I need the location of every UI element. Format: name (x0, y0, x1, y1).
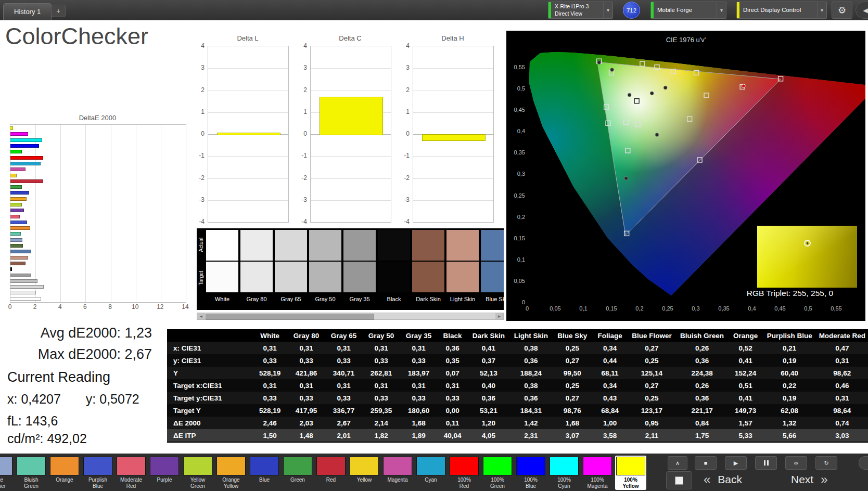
table-cell: 0,36 (676, 392, 729, 404)
measured-marker (628, 93, 631, 97)
continuous-read-button[interactable]: ∞ (785, 456, 807, 470)
table-cell: 4,05 (468, 429, 509, 442)
deltae2000-chart: DeltaE 2000 02468101214 (10, 114, 185, 313)
table-cell: 125,14 (628, 367, 676, 379)
axis-tick-label: 0,3 (507, 171, 525, 177)
patch-button-moderate-red[interactable]: Moderate Red (116, 456, 147, 490)
row-label: x: CIE31 (167, 342, 252, 354)
patch-button-purplish-blue[interactable]: Purplish Blue (82, 456, 113, 490)
table-cell: 2,01 (325, 429, 363, 442)
next-button[interactable]: Next » (791, 471, 828, 488)
patch-button-blue-flower[interactable]: Blue Flower (0, 456, 14, 490)
overflow-button[interactable] (859, 456, 868, 470)
table-cell: 60,40 (763, 367, 816, 379)
deltae-bar-red (10, 179, 43, 183)
loop-button[interactable]: ↻ (815, 456, 837, 470)
patch-button-green[interactable]: Green (282, 456, 313, 490)
patch-button-blue[interactable]: Blue (249, 456, 280, 490)
patch-button-cyan[interactable]: Cyan (415, 456, 446, 490)
axis-tick-label: 0,55 (826, 305, 847, 312)
table-cell: 0,37 (468, 354, 509, 367)
patch-label: 100% Blue (515, 477, 546, 489)
axis-tick-label: 12 (157, 303, 163, 311)
table-cell: 0,44 (592, 354, 628, 367)
collapse-panel-button[interactable]: ◀ (856, 2, 868, 19)
table-cell: 0,38 (509, 342, 553, 354)
measured-marker (650, 92, 654, 95)
stop-button[interactable]: ■ (695, 456, 717, 470)
measured-marker (610, 68, 614, 72)
patch-label: 100% Yellow (615, 477, 646, 489)
patch-button-100-red[interactable]: 100% Red (449, 456, 480, 490)
scrollbar-thumb[interactable] (206, 314, 374, 320)
table-cell: 0,35 (438, 354, 468, 367)
table-cell: 0,46 (816, 379, 868, 392)
meter-device-dropdown[interactable]: X-Rite i1Pro 3 Direct View ▾ (548, 2, 613, 19)
add-tab-button[interactable]: + (51, 5, 66, 17)
current-x: x: 0,4207 (7, 392, 61, 406)
column-header-gray-80: Gray 80 (288, 329, 325, 342)
axis-tick-label: 0,35 (507, 149, 525, 156)
table-cell: 0,25 (628, 392, 676, 404)
table-cell: 0,21 (763, 342, 816, 354)
table-cell: 1,68 (400, 417, 438, 429)
column-header-blue-sky: Blue Sky (553, 329, 592, 342)
swatch-target (343, 261, 376, 293)
table-cell: 0,33 (363, 392, 400, 404)
swatch-white: White (206, 229, 239, 310)
plus-icon: + (56, 7, 60, 15)
tab-label: History 1 (14, 8, 41, 16)
patch-label: Orange (49, 477, 80, 483)
tab-history-1[interactable]: History 1 (3, 3, 52, 20)
stop-icon: ■ (704, 460, 708, 466)
back-label: Back (718, 473, 742, 486)
swatch-scrollbar[interactable]: ◄ ► (197, 313, 504, 320)
axis-tick-label: -2 (301, 174, 307, 182)
measured-marker (663, 86, 667, 89)
patch-button-orange[interactable]: Orange (49, 456, 80, 490)
row-label: y: CIE31 (167, 354, 252, 367)
patch-button-red[interactable]: Red (315, 456, 347, 490)
patch-button-100-cyan[interactable]: 100% Cyan (548, 456, 580, 490)
meter-source-dropdown[interactable]: Mobile Forge ▾ (650, 2, 726, 19)
patch-button-yellow[interactable]: Yellow (349, 456, 380, 490)
patch-button-100-green[interactable]: 100% Green (482, 456, 513, 490)
meter-control-dropdown[interactable]: Direct Display Control ▾ (736, 2, 827, 19)
pause-button[interactable] (755, 456, 777, 470)
axis-tick-label: 0,2 (629, 305, 650, 312)
patch-button-magenta[interactable]: Magenta (382, 456, 413, 490)
table-cell: 188,24 (509, 367, 553, 379)
scroll-left-button[interactable]: ◄ (197, 313, 205, 319)
swatch-actual (412, 229, 445, 261)
table-cell: 0,41 (728, 354, 762, 367)
patch-button-orange-yellow[interactable]: Orange Yellow (215, 456, 247, 490)
settings-button[interactable]: ⚙ (832, 2, 852, 19)
axis-tick-label: 10 (132, 303, 138, 311)
table-cell: 0,33 (288, 354, 325, 367)
patch-color (450, 457, 479, 475)
patch-button-100-yellow[interactable]: 100% Yellow (615, 456, 646, 490)
row-label: ΔE ITP (167, 429, 252, 442)
swatch-label: Gray 65 (274, 293, 308, 309)
table-cell: 3,03 (816, 429, 868, 442)
patch-button-100-magenta[interactable]: 100% Magenta (582, 456, 613, 490)
pause-icon (764, 460, 769, 466)
back-button[interactable]: « Back (704, 471, 742, 488)
deltae-bar-blue (10, 191, 29, 195)
loop-icon: ↻ (824, 460, 828, 467)
play-button[interactable]: ▶ (725, 456, 747, 470)
patch-color (17, 457, 46, 475)
expand-up-button[interactable]: ∧ (668, 456, 687, 470)
chevron-down-icon: ▾ (817, 2, 826, 18)
scroll-right-button[interactable]: ► (495, 313, 503, 319)
patch-button-yellow-green[interactable]: Yellow Green (182, 456, 213, 490)
table-cell: 0,27 (553, 354, 592, 367)
swatch-black: Black (377, 229, 411, 310)
deltae-bar-yellow-green (10, 203, 22, 206)
patch-button-purple[interactable]: Purple (149, 456, 180, 490)
patch-window-button[interactable] (666, 471, 692, 489)
deltae-bar-blue-sky (10, 250, 31, 253)
patch-button-100-blue[interactable]: 100% Blue (515, 456, 546, 490)
cie-1976-diagram: CIE 1976 u'v' (506, 31, 865, 321)
patch-button-bluish-green[interactable]: Bluish Green (16, 456, 47, 490)
